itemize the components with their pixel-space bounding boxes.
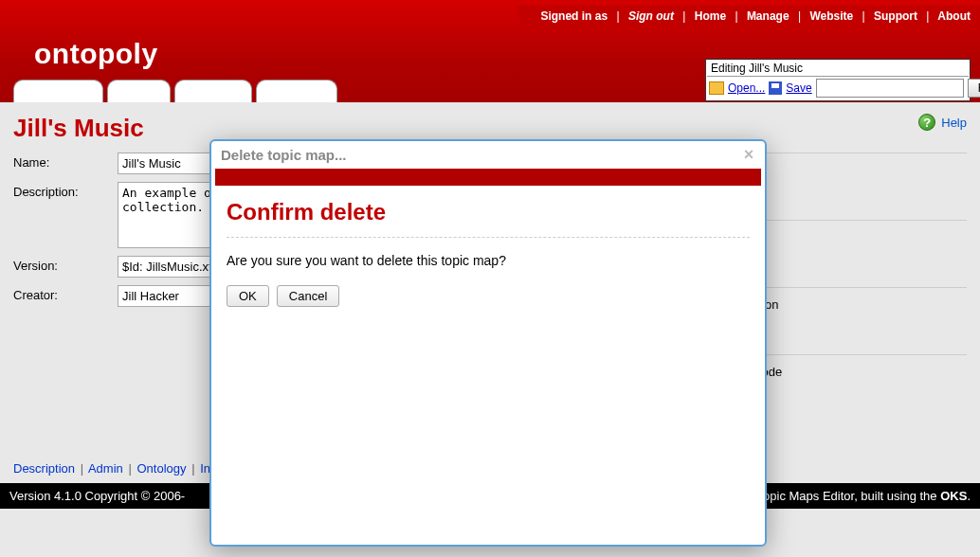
modal-header: Delete topic map... xyxy=(211,141,765,169)
open-button[interactable]: Open... xyxy=(709,81,765,95)
cancel-button[interactable]: Cancel xyxy=(277,285,339,307)
tab-description[interactable]: Description xyxy=(13,80,103,102)
close-icon[interactable]: × xyxy=(740,147,757,164)
nav-website[interactable]: Website xyxy=(809,9,853,23)
tab-admin[interactable]: Admin xyxy=(107,80,171,102)
modal-message: Are you sure you want to delete this top… xyxy=(227,253,750,268)
save-button[interactable]: Save xyxy=(769,81,811,95)
tab-instances[interactable]: Instances xyxy=(256,80,337,102)
editing-box: Editing Jill's Music Open... Save Find xyxy=(705,59,971,101)
version-label: Version: xyxy=(13,256,118,273)
editing-title: Editing Jill's Music xyxy=(707,61,969,77)
nav-support[interactable]: Support xyxy=(874,9,917,23)
find-button[interactable]: Find xyxy=(968,79,980,98)
footer-left: Version 4.1.0 Copyright © 2006- xyxy=(9,489,185,503)
nav-manage[interactable]: Manage xyxy=(747,9,789,23)
topbar: Signed in as | Sign out | Home | Manage … xyxy=(517,6,980,28)
name-label: Name: xyxy=(13,153,118,170)
confirm-delete-modal: Delete topic map... × Confirm delete Are… xyxy=(209,139,767,547)
main-tabs: Description Admin Ontology Instances xyxy=(13,80,337,102)
tab-ontology[interactable]: Ontology xyxy=(174,80,252,102)
header: Signed in as | Sign out | Home | Manage … xyxy=(0,0,980,102)
signed-in-label: Signed in as xyxy=(540,9,608,23)
folder-open-icon xyxy=(709,81,724,95)
bottom-link-description[interactable]: Description xyxy=(13,461,75,476)
logo: ontopoly xyxy=(34,38,158,70)
modal-divider xyxy=(227,237,750,238)
signout-link[interactable]: Sign out xyxy=(628,9,674,23)
footer-right: Topic Maps Editor, built using the OKS. xyxy=(757,489,971,503)
modal-title: Confirm delete xyxy=(227,199,750,225)
bottom-link-ontology[interactable]: Ontology xyxy=(136,461,186,476)
help-icon: ? xyxy=(918,114,935,131)
desc-label: Description: xyxy=(13,182,118,199)
find-input[interactable] xyxy=(816,79,964,98)
bottom-link-admin[interactable]: Admin xyxy=(88,461,123,476)
nav-about[interactable]: About xyxy=(937,9,971,23)
modal-redbar xyxy=(215,169,761,186)
creator-label: Creator: xyxy=(13,285,118,302)
help-link[interactable]: ? Help xyxy=(918,114,967,131)
floppy-disk-icon xyxy=(769,81,782,95)
ok-button[interactable]: OK xyxy=(227,285,269,307)
nav-home[interactable]: Home xyxy=(695,9,726,23)
